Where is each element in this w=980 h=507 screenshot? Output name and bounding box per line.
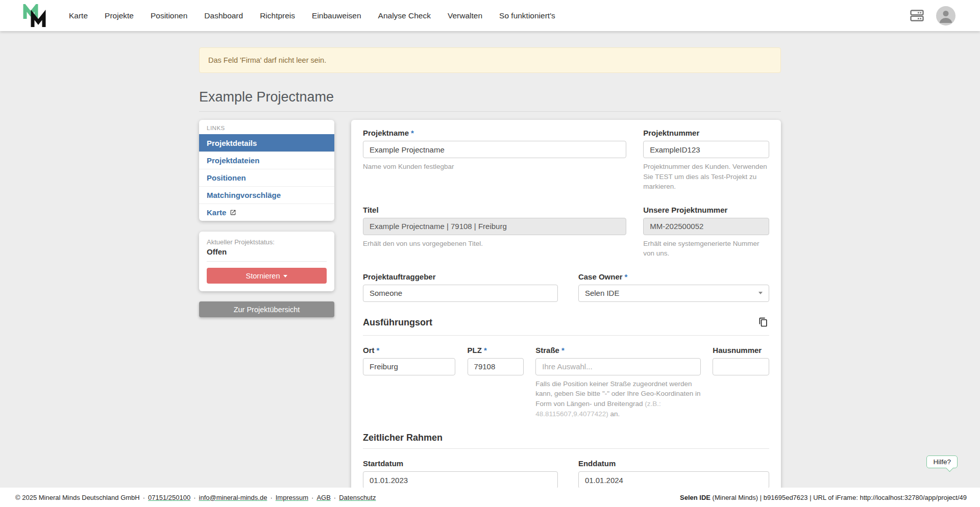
separator: · [143, 494, 145, 501]
unsere-projektnummer-helper: Erhält eine systemgenerierte Nummer von … [643, 239, 769, 259]
case-owner-select[interactable]: Selen IDE [578, 285, 769, 302]
ort-input[interactable] [363, 358, 455, 375]
project-form-card: Projektname* Name vom Kunden festlegbar … [351, 120, 781, 502]
page-title: Example Projectname [199, 89, 781, 105]
status-label: Aktueller Projektstatus: [207, 238, 327, 246]
nav-item-positionen[interactable]: Positionen [151, 11, 187, 20]
projektuebersicht-button[interactable]: Zur Projektübersicht [199, 301, 334, 317]
separator: · [270, 494, 272, 501]
required-asterisk: * [625, 272, 628, 281]
projektnummer-label: Projektnummer [643, 129, 769, 137]
caret-down-icon [283, 275, 287, 277]
links-header: LINKS [199, 120, 334, 134]
copyright-text: © 2025 Mineral Minds Deutschland GmbH [15, 494, 140, 501]
enddatum-input[interactable] [578, 471, 769, 489]
enddatum-label: Enddatum [578, 459, 769, 468]
projektnummer-input[interactable] [643, 141, 769, 158]
projektauftraggeber-label: Projektauftraggeber [363, 272, 558, 281]
external-link-icon [230, 209, 236, 216]
nav-item-karte[interactable]: Karte [69, 11, 88, 20]
required-asterisk: * [484, 346, 487, 354]
required-asterisk: * [411, 129, 414, 137]
nav-item-dashboard[interactable]: Dashboard [204, 11, 243, 20]
footer-link-phone[interactable]: 07151/250100 [148, 494, 190, 501]
required-asterisk: * [561, 346, 565, 354]
projektauftraggeber-input[interactable] [363, 285, 558, 302]
nav-item-verwalten[interactable]: Verwalten [448, 11, 482, 20]
main-menu: Karte Projekte Positionen Dashboard Rich… [69, 11, 910, 20]
status-divider [207, 261, 327, 262]
footer-session-info: Selen IDE (Mineral Minds) | b91695ed7623… [680, 494, 967, 501]
strasse-label: Straße* [535, 346, 701, 354]
case-owner-label: Case Owner* [578, 272, 769, 281]
projektname-label: Projektname* [363, 129, 626, 137]
stornieren-label: Stornieren [246, 272, 280, 280]
sidebar-item-karte[interactable]: Karte [199, 204, 334, 221]
copy-icon[interactable] [757, 316, 769, 330]
case-owner-selected-value: Selen IDE [585, 289, 620, 297]
plz-label: PLZ* [468, 346, 524, 354]
section-divider [363, 335, 769, 336]
stornieren-button[interactable]: Stornieren [207, 268, 327, 284]
footer-left: © 2025 Mineral Minds Deutschland GmbH·07… [15, 494, 376, 501]
section-ausfuehrungsort: Ausführungsort [363, 317, 432, 328]
ort-label: Ort* [363, 346, 455, 354]
sidebar: LINKS Projektdetails Projektdateien Posi… [199, 120, 334, 317]
strasse-helper: Falls die Position keiner Straße zugeord… [535, 379, 701, 419]
validation-alert: Das Feld 'Firma' darf nicht leer sein. [199, 47, 781, 73]
nav-item-einbauweisen[interactable]: Einbauweisen [312, 11, 361, 20]
unsere-projektnummer-input [643, 218, 769, 235]
nav-item-so-funktionierts[interactable]: So funktioniert's [499, 11, 555, 20]
required-asterisk: * [377, 346, 380, 354]
nav-item-analyse-check[interactable]: Analyse Check [378, 11, 431, 20]
startdatum-label: Startdatum [363, 459, 558, 468]
help-button[interactable]: Hilfe? [926, 455, 958, 468]
nav-item-projekte[interactable]: Projekte [105, 11, 134, 20]
title-divider [199, 111, 781, 112]
user-avatar-icon[interactable] [936, 6, 955, 26]
caret-down-icon [758, 292, 763, 294]
startdatum-input[interactable] [363, 471, 558, 489]
sidebar-item-matchingvorschlaege[interactable]: Matchingvorschläge [199, 186, 334, 204]
titel-helper: Erhält den von uns vorgegebenen Titel. [363, 239, 626, 249]
titel-label: Titel [363, 206, 626, 214]
mineral-minds-logo[interactable] [23, 4, 47, 28]
section-divider [363, 448, 769, 449]
sidebar-item-karte-label: Karte [207, 208, 226, 217]
titel-input [363, 218, 626, 235]
nav-item-richtpreis[interactable]: Richtpreis [260, 11, 295, 20]
top-navigation: Karte Projekte Positionen Dashboard Rich… [0, 0, 980, 31]
footer-session-rest: (Mineral Minds) | b91695ed7623 | URL of … [710, 494, 967, 501]
footer-user: Selen IDE [680, 494, 710, 501]
separator: · [311, 494, 313, 501]
separator: · [193, 494, 195, 501]
projektname-input[interactable] [363, 141, 626, 158]
nav-right-icons [910, 6, 955, 26]
sidebar-item-projektdateien[interactable]: Projektdateien [199, 151, 334, 169]
section-zeitlicher-rahmen: Zeitlicher Rahmen [363, 433, 443, 443]
footer-link-agb[interactable]: AGB [316, 494, 330, 501]
sidebar-item-projektdetails[interactable]: Projektdetails [199, 134, 334, 151]
hausnummer-label: Hausnummer [713, 346, 769, 354]
strasse-input[interactable] [535, 358, 701, 375]
status-card: Aktueller Projektstatus: Offen Storniere… [199, 232, 334, 291]
plz-input[interactable] [468, 358, 524, 375]
links-card: LINKS Projektdetails Projektdateien Posi… [199, 120, 334, 221]
hausnummer-input[interactable] [713, 358, 769, 375]
server-icon[interactable] [910, 10, 924, 21]
projektnummer-helper: Projektnummer des Kunden. Verwenden Sie … [643, 162, 769, 192]
status-value: Offen [207, 247, 327, 256]
unsere-projektnummer-label: Unsere Projektnummer [643, 206, 769, 214]
separator: · [334, 494, 336, 501]
footer-link-email[interactable]: info@mineral-minds.de [199, 494, 267, 501]
sidebar-item-positionen[interactable]: Positionen [199, 169, 334, 186]
footer-link-datenschutz[interactable]: Datenschutz [339, 494, 376, 501]
projektname-helper: Name vom Kunden festlegbar [363, 162, 626, 172]
footer: © 2025 Mineral Minds Deutschland GmbH·07… [0, 488, 980, 507]
footer-link-impressum[interactable]: Impressum [276, 494, 308, 501]
